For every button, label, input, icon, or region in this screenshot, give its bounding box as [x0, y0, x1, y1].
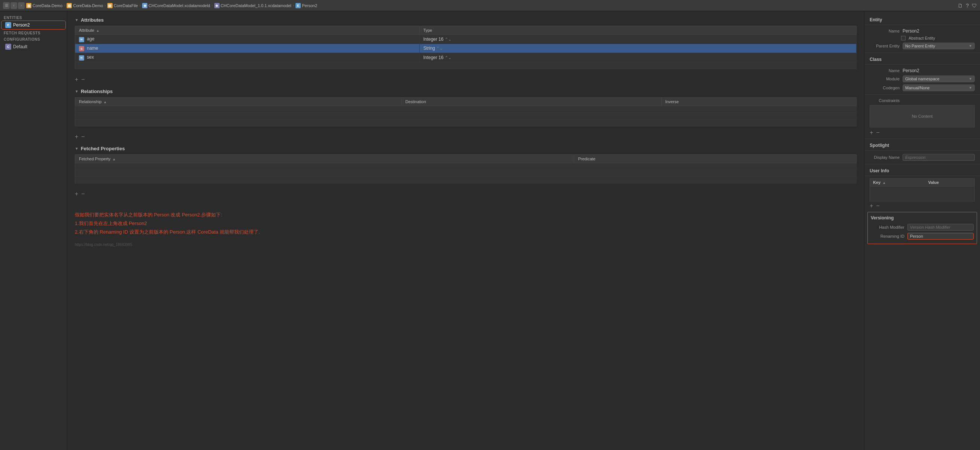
remove-relationship-button[interactable]: − — [81, 134, 84, 140]
folder-icon-3: ▤ — [107, 3, 113, 8]
attribute-type-cell: Integer 16 ⌃⌄ — [419, 35, 856, 44]
parent-entity-dropdown[interactable]: No Parent Entity ▼ — [902, 43, 975, 49]
stepper-icon-name[interactable]: ⌃⌄ — [436, 46, 443, 51]
folder-icon-1: ▤ — [26, 3, 32, 8]
breadcrumb-item-5[interactable]: ◈ CHCoreDataModel_1.0.1.xcdatamodel — [214, 3, 291, 8]
row-icon-n-sex: N — [79, 55, 84, 60]
fetched-props-toggle[interactable]: ▼ — [75, 146, 78, 151]
nav-controls[interactable]: ☰ ‹ › — [3, 2, 25, 9]
breadcrumb-item-3[interactable]: ▤ CoreDataFile — [107, 3, 138, 8]
class-module-value: Global namespace — [905, 77, 940, 81]
attributes-toggle[interactable]: ▼ — [75, 18, 78, 22]
class-codegen-dropdown-arrow: ▼ — [969, 86, 972, 90]
attribute-name-sex: sex — [87, 55, 94, 60]
class-module-dropdown-arrow: ▼ — [969, 77, 972, 81]
empty-row — [75, 163, 857, 170]
content-area: ▼ Attributes Attribute ▲ Type N — [67, 11, 864, 450]
attributes-table: Attribute ▲ Type N age Integer 16 — [75, 26, 857, 69]
fetched-props-section-title: Fetched Properties — [81, 146, 125, 151]
annotation-text: 假如我们要把实体名字从之前版本的 Person 改成 Person2.步骤如下:… — [75, 208, 857, 239]
breadcrumb-item-1[interactable]: ▤ CoreData-Demo — [26, 3, 62, 8]
inverse-col-header[interactable]: Inverse — [661, 97, 856, 106]
type-col-header[interactable]: Type — [419, 26, 856, 35]
abstract-entity-row[interactable]: Abstract Entity — [864, 35, 980, 41]
sidebar-item-person2[interactable]: E Person2 — [2, 21, 65, 29]
relationship-sort-arrow: ▲ — [103, 100, 107, 104]
add-constraint-button[interactable]: + — [870, 130, 873, 136]
renaming-id-input[interactable] — [907, 233, 974, 239]
help-icon[interactable]: ? — [966, 3, 969, 9]
relationships-section-title: Relationships — [81, 89, 113, 94]
attribute-type-name: String — [423, 46, 435, 51]
stepper-icon-sex[interactable]: ⌃⌄ — [445, 55, 452, 60]
constraints-actions: + − — [864, 129, 980, 136]
fetched-props-header-row: Fetched Property ▲ Predicate — [75, 154, 857, 163]
spotlight-section-title: Spotlight — [864, 141, 980, 151]
file-icon-1: ◈ — [142, 3, 147, 8]
renaming-id-label: Renaming ID — [871, 234, 904, 238]
badge-icon[interactable]: 🛡 — [972, 3, 977, 9]
remove-constraint-button[interactable]: − — [876, 130, 880, 136]
relationship-col-header[interactable]: Relationship ▲ — [75, 97, 402, 106]
breadcrumb-label-1: CoreData-Demo — [33, 3, 62, 8]
attribute-type-age: Integer 16 — [423, 36, 444, 42]
fetched-props-section-header: ▼ Fetched Properties — [75, 146, 857, 151]
row-icon-n-age: N — [79, 37, 84, 42]
user-info-empty-row-1 — [870, 187, 975, 194]
user-info-key-header[interactable]: Key ▲ — [870, 179, 925, 187]
remove-fetched-prop-button[interactable]: − — [81, 191, 84, 197]
class-codegen-row: Codegen Manual/None ▼ — [864, 83, 980, 92]
attribute-name-cell: N sex — [75, 53, 420, 62]
stepper-icon-age[interactable]: ⌃⌄ — [445, 37, 452, 41]
entities-section-label: ENTITIES — [0, 14, 67, 21]
watermark: https://blog.csdn.net/qq_18683985 — [75, 242, 857, 247]
attribute-col-label: Attribute — [79, 28, 94, 33]
spotlight-display-name-input[interactable] — [902, 154, 975, 161]
remove-user-info-button[interactable]: − — [876, 203, 880, 209]
parent-entity-label: Parent Entity — [870, 44, 900, 48]
destination-col-header[interactable]: Destination — [401, 97, 661, 106]
breadcrumb-item-6[interactable]: E Person2 — [296, 3, 317, 8]
entity-name-row: Name Person2 — [864, 27, 980, 35]
table-row[interactable]: N age Integer 16 ⌃⌄ — [75, 35, 857, 44]
parent-entity-row: Parent Entity No Parent Entity ▼ — [864, 41, 980, 51]
class-name-value: Person2 — [902, 68, 975, 73]
add-fetched-prop-button[interactable]: + — [75, 191, 78, 197]
add-attribute-button[interactable]: + — [75, 77, 78, 82]
empty-row — [75, 119, 857, 126]
breadcrumb-sep-5: › — [293, 3, 294, 8]
relationships-table: Relationship ▲ Destination Inverse — [75, 97, 857, 126]
empty-row — [75, 106, 857, 112]
remove-attribute-button[interactable]: − — [81, 77, 84, 82]
class-codegen-dropdown[interactable]: Manual/None ▼ — [902, 84, 975, 91]
main-layout: ENTITIES E Person2 FETCH REQUESTS CONFIG… — [0, 11, 980, 450]
attributes-section-title: Attributes — [81, 17, 103, 23]
entity-name-label: Name — [870, 29, 900, 33]
attribute-col-header[interactable]: Attribute ▲ — [75, 26, 420, 35]
class-codegen-value: Manual/None — [905, 86, 929, 90]
relationships-toggle[interactable]: ▼ — [75, 89, 78, 93]
breadcrumb-item-2[interactable]: ▤ CoreData-Demo — [67, 3, 103, 8]
hash-modifier-input[interactable] — [907, 224, 974, 231]
table-row[interactable]: S name String ⌃⌄ — [75, 44, 857, 53]
table-row[interactable]: N sex Integer 16 ⌃⌄ — [75, 53, 857, 62]
add-user-info-button[interactable]: + — [870, 203, 873, 209]
divider-4 — [864, 164, 980, 165]
annotation-line-3: 2.右下角的 Renaming ID 设置为之前版本的 Person.这样 Co… — [75, 228, 857, 236]
class-module-dropdown[interactable]: Global namespace ▼ — [902, 76, 975, 82]
constraints-box: No Content — [870, 105, 975, 127]
abstract-entity-checkbox[interactable] — [901, 36, 905, 40]
predicate-col-header[interactable]: Predicate — [574, 154, 857, 163]
document-icon[interactable]: 🗋 — [958, 3, 963, 9]
sidebar-item-default[interactable]: C Default — [2, 43, 65, 51]
class-codegen-label: Codegen — [870, 86, 900, 90]
user-info-value-header[interactable]: Value — [925, 179, 974, 187]
forward-button[interactable]: › — [18, 2, 25, 9]
add-relationship-button[interactable]: + — [75, 134, 78, 140]
breadcrumb-item-4[interactable]: ◈ CHCoreDataModel.xcdatamodeld — [142, 3, 210, 8]
back-button[interactable]: ‹ — [11, 2, 17, 9]
constraints-header-row: Constraints — [864, 97, 980, 103]
fetched-property-col-header[interactable]: Fetched Property ▲ — [75, 154, 574, 163]
fetched-properties-table: Fetched Property ▲ Predicate — [75, 154, 857, 184]
sidebar-toggle[interactable]: ☰ — [3, 2, 10, 9]
